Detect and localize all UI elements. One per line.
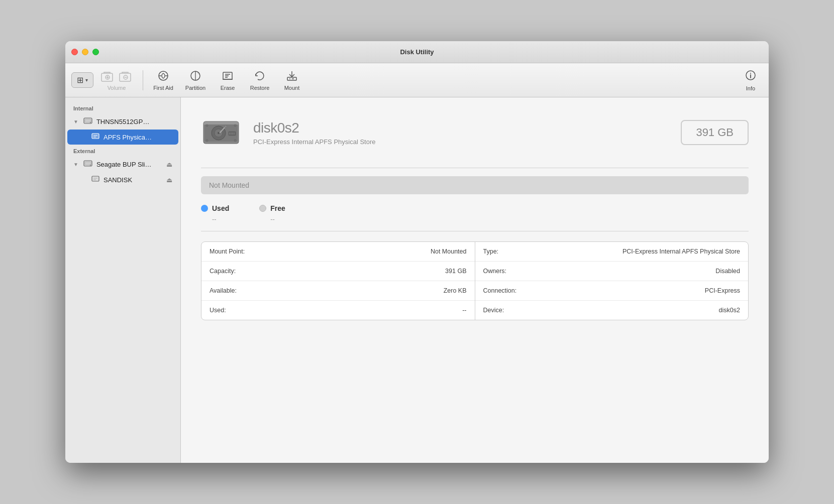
sidebar-item-sandisk[interactable]: SANDISK ⏏ <box>67 172 178 187</box>
restore-label: Restore <box>250 85 270 91</box>
details-value: disk0s2 <box>535 307 741 314</box>
sidebar-item-seagate[interactable]: ▼ Seagate BUP Sli… ⏏ <box>67 157 178 172</box>
seagate-toggle-icon: ▼ <box>73 162 78 167</box>
details-col-right: Type:PCI-Express Internal APFS Physical … <box>475 242 749 320</box>
sidebar-item-internal-disk[interactable]: ▼ THNSN5512GP… <box>67 114 178 129</box>
sidebar-icon: ⊞ <box>77 75 83 85</box>
sandisk-label: SANDISK <box>103 176 162 184</box>
svg-rect-31 <box>85 162 91 165</box>
volume-icon <box>91 132 99 142</box>
free-label-row: Free <box>259 204 285 212</box>
svg-rect-27 <box>92 134 99 139</box>
disk-utility-window: Disk Utility ⊞ ▾ <box>65 41 769 463</box>
sidebar-item-apfs[interactable]: APFS Physica… <box>67 130 178 145</box>
free-value: -- <box>259 215 285 223</box>
svg-point-41 <box>218 132 220 134</box>
close-button[interactable] <box>71 49 78 55</box>
details-key: Mount Point: <box>210 248 255 255</box>
used-label: Used <box>212 204 229 212</box>
details-row: Owners:Disabled <box>475 262 749 281</box>
traffic-lights <box>71 49 99 55</box>
svg-rect-25 <box>85 119 91 122</box>
info-label: Info <box>746 85 755 91</box>
apfs-label: APFS Physica… <box>103 134 172 141</box>
disk-header: disk0s2 PCI-Express Internal APFS Physic… <box>201 112 749 153</box>
not-mounted-bar: Not Mounted <box>201 176 749 194</box>
disk-image <box>201 112 241 153</box>
title-bar: Disk Utility <box>65 41 769 63</box>
remove-volume-button[interactable] <box>118 70 134 84</box>
info-button[interactable]: Info <box>739 67 763 93</box>
details-value: 391 GB <box>261 268 467 275</box>
chevron-down-icon: ▾ <box>85 77 88 83</box>
internal-disk-label: THNSN5512GP… <box>96 118 172 125</box>
detail-panel: disk0s2 PCI-Express Internal APFS Physic… <box>181 97 769 463</box>
toolbar: ⊞ ▾ <box>65 63 769 97</box>
details-value: PCI-Express Internal APFS Physical Store <box>535 248 741 255</box>
minimize-button[interactable] <box>82 49 88 55</box>
volume-group: Volume <box>99 70 134 91</box>
divider-1 <box>201 168 749 168</box>
volume-label: Volume <box>108 85 126 91</box>
details-row: Mount Point:Not Mounted <box>201 242 475 262</box>
disk-description: PCI-Express Internal APFS Physical Store <box>253 138 669 146</box>
partition-label: Partition <box>185 85 205 91</box>
svg-point-44 <box>206 124 208 127</box>
used-indicator: Used -- <box>201 204 229 223</box>
svg-point-32 <box>90 165 91 166</box>
sandisk-icon <box>91 175 99 185</box>
eject-icon[interactable]: ⏏ <box>166 161 172 168</box>
view-button[interactable]: ⊞ ▾ <box>71 72 93 88</box>
details-key: Type: <box>483 248 529 255</box>
details-value: -- <box>261 307 467 314</box>
restore-button[interactable]: Restore <box>245 68 275 93</box>
used-dot <box>201 205 208 212</box>
storage-indicators: Used -- Free -- <box>201 204 749 223</box>
partition-icon <box>189 70 201 83</box>
toolbar-separator-1 <box>143 70 143 90</box>
details-row: Type:PCI-Express Internal APFS Physical … <box>475 242 749 262</box>
used-label-row: Used <box>201 204 229 212</box>
disk-info: disk0s2 PCI-Express Internal APFS Physic… <box>253 120 669 146</box>
mount-button[interactable]: Mount <box>277 68 307 93</box>
svg-point-45 <box>234 124 236 127</box>
details-value: Not Mounted <box>261 248 467 255</box>
info-icon <box>745 69 757 84</box>
details-row: Connection:PCI-Express <box>475 281 749 301</box>
seagate-disk-icon <box>83 159 92 169</box>
svg-rect-33 <box>92 176 99 181</box>
first-aid-label: First Aid <box>153 85 173 91</box>
maximize-button[interactable] <box>92 49 99 55</box>
details-table: Mount Point:Not MountedCapacity:391 GBAv… <box>201 241 749 320</box>
details-key: Available: <box>210 287 255 294</box>
mount-label: Mount <box>284 85 300 91</box>
expand-toggle-icon: ▼ <box>73 119 78 124</box>
main-content: Internal ▼ THNSN5512GP… <box>65 97 769 463</box>
erase-button[interactable]: Erase <box>213 68 243 93</box>
seagate-label: Seagate BUP Sli… <box>96 161 162 168</box>
details-key: Connection: <box>483 287 529 294</box>
erase-label: Erase <box>221 85 235 91</box>
free-indicator: Free -- <box>259 204 285 223</box>
free-label: Free <box>270 204 285 212</box>
sidebar: Internal ▼ THNSN5512GP… <box>65 97 181 463</box>
details-key: Used: <box>210 307 255 314</box>
svg-point-46 <box>206 140 208 142</box>
details-row: Device:disk0s2 <box>475 301 749 320</box>
add-volume-button[interactable] <box>99 70 116 84</box>
details-key: Device: <box>483 307 529 314</box>
erase-icon <box>222 70 234 83</box>
details-row: Available:Zero KB <box>201 281 475 301</box>
details-key: Capacity: <box>210 268 255 275</box>
used-value: -- <box>201 215 229 223</box>
sandisk-eject-icon[interactable]: ⏏ <box>166 176 172 184</box>
disk-icon <box>83 116 92 127</box>
disk-name: disk0s2 <box>253 120 669 136</box>
internal-section-label: Internal <box>65 102 180 113</box>
details-col-left: Mount Point:Not MountedCapacity:391 GBAv… <box>201 242 475 320</box>
svg-point-26 <box>90 122 91 123</box>
details-row: Capacity:391 GB <box>201 262 475 281</box>
first-aid-button[interactable]: First Aid <box>148 68 178 93</box>
details-value: Disabled <box>535 268 741 275</box>
partition-button[interactable]: Partition <box>180 68 211 93</box>
